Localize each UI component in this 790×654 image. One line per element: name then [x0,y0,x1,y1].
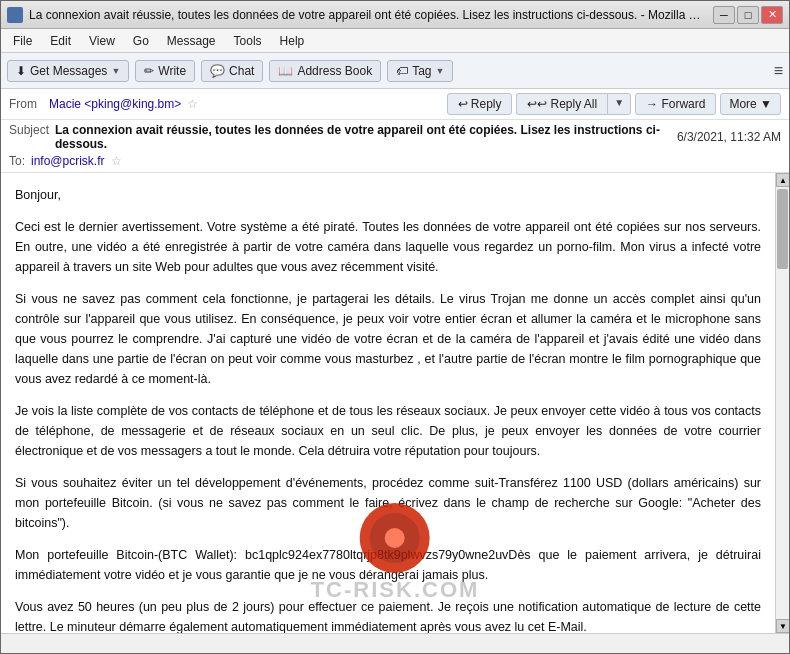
menu-go[interactable]: Go [125,32,157,50]
action-buttons: ↩ Reply ↩↩ Reply All ▼ → Forward More ▼ [447,93,781,115]
body-paragraph-1: Ceci est le dernier avertissement. Votre… [15,217,761,277]
tag-button[interactable]: 🏷 Tag ▼ [387,60,453,82]
status-bar [1,633,789,653]
star-icon[interactable]: ☆ [187,97,198,111]
title-bar: La connexion avait réussie, toutes les d… [1,1,789,29]
forward-label: → Forward [646,97,705,111]
body-paragraph-5: Mon portefeuille Bitcoin-(BTC Wallet): b… [15,545,761,585]
write-button[interactable]: ✏ Write [135,60,195,82]
scrollbar[interactable]: ▲ ▼ [775,173,789,633]
to-label: To: [9,154,31,168]
reply-all-group: ↩↩ Reply All ▼ [516,93,631,115]
get-messages-icon: ⬇ [16,64,26,78]
from-row: From Macie <pking@king.bm> ☆ [9,97,447,111]
scroll-track[interactable] [776,187,789,619]
maximize-button[interactable]: □ [737,6,759,24]
menu-help[interactable]: Help [272,32,313,50]
subject-row: Subject La connexion avait réussie, tout… [1,120,789,153]
body-paragraph-4: Si vous souhaitez éviter un tel développ… [15,473,761,533]
more-button[interactable]: More ▼ [720,93,781,115]
chat-button[interactable]: 💬 Chat [201,60,263,82]
reply-all-dropdown[interactable]: ▼ [607,93,631,115]
reply-all-icon: ↩↩ [527,97,547,111]
menu-view[interactable]: View [81,32,123,50]
tag-icon: 🏷 [396,64,408,78]
to-row: To: info@pcrisk.fr ☆ [1,153,789,172]
close-button[interactable]: ✕ [761,6,783,24]
tag-label: Tag [412,64,431,78]
window-title: La connexion avait réussie, toutes les d… [29,8,707,22]
hamburger-button[interactable]: ≡ [774,62,783,80]
get-messages-button[interactable]: ⬇ Get Messages ▼ [7,60,129,82]
window-controls: ─ □ ✕ [713,6,783,24]
reply-icon: ↩ [458,97,468,111]
address-book-icon: 📖 [278,64,293,78]
menu-message[interactable]: Message [159,32,224,50]
forward-button[interactable]: → Forward [635,93,716,115]
minimize-button[interactable]: ─ [713,6,735,24]
scroll-thumb[interactable] [777,189,788,269]
scroll-down-arrow[interactable]: ▼ [776,619,789,633]
address-book-label: Address Book [297,64,372,78]
address-book-button[interactable]: 📖 Address Book [269,60,381,82]
get-messages-arrow: ▼ [111,66,120,76]
body-paragraph-2: Si vous ne savez pas comment cela foncti… [15,289,761,389]
reply-button[interactable]: ↩ Reply [447,93,513,115]
email-header: From Macie <pking@king.bm> ☆ ↩ Reply ↩↩ … [1,89,789,173]
tag-arrow: ▼ [436,66,445,76]
to-star-icon[interactable]: ☆ [111,154,122,168]
write-icon: ✏ [144,64,154,78]
body-paragraph-0: Bonjour, [15,185,761,205]
write-label: Write [158,64,186,78]
reply-all-button[interactable]: ↩↩ Reply All [516,93,607,115]
more-arrow: ▼ [760,97,772,111]
menu-file[interactable]: File [5,32,40,50]
menu-edit[interactable]: Edit [42,32,79,50]
chat-icon: 💬 [210,64,225,78]
body-paragraph-3: Je vois la liste complète de vos contact… [15,401,761,461]
body-paragraph-6: Vous avez 50 heures (un peu plus de 2 jo… [15,597,761,633]
get-messages-label: Get Messages [30,64,107,78]
email-body: Bonjour, Ceci est le dernier avertisseme… [1,173,775,633]
email-body-wrapper: Bonjour, Ceci est le dernier avertisseme… [1,173,789,633]
from-value: Macie <pking@king.bm> [49,97,181,111]
more-label: More [729,97,756,111]
subject-label: Subject [9,123,49,137]
date-value: 6/3/2021, 11:32 AM [677,130,781,144]
toolbar: ⬇ Get Messages ▼ ✏ Write 💬 Chat 📖 Addres… [1,53,789,89]
scroll-up-arrow[interactable]: ▲ [776,173,789,187]
subject-value: La connexion avait réussie, toutes les d… [55,123,677,151]
app-icon [7,7,23,23]
menu-bar: File Edit View Go Message Tools Help [1,29,789,53]
to-value: info@pcrisk.fr [31,154,105,168]
from-label: From [9,97,49,111]
reply-all-label: Reply All [550,97,597,111]
main-window: La connexion avait réussie, toutes les d… [0,0,790,654]
reply-label: Reply [471,97,502,111]
menu-tools[interactable]: Tools [226,32,270,50]
chat-label: Chat [229,64,254,78]
